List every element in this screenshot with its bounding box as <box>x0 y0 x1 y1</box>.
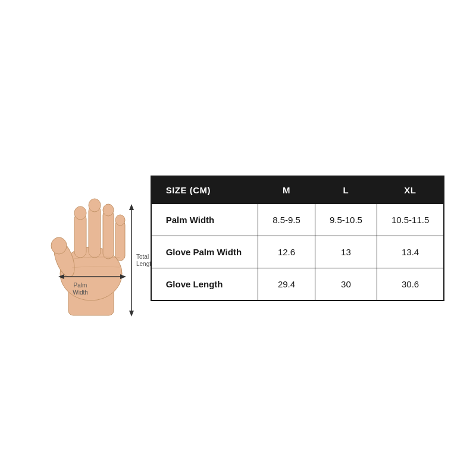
size-chart-table: SIZE (CM) M L XL Palm Width 8.5-9.5 9.5-… <box>151 176 445 301</box>
row-glove-palm-width-label: Glove Palm Width <box>151 236 258 268</box>
hand-drawing: Total Length Palm Width <box>50 199 151 317</box>
table-row: Palm Width 8.5-9.5 9.5-10.5 10.5-11.5 <box>151 203 444 236</box>
row-palm-width-xl: 10.5-11.5 <box>377 203 444 236</box>
svg-text:Width: Width <box>73 289 88 296</box>
svg-marker-14 <box>129 311 134 317</box>
row-glove-palm-width-l: 13 <box>315 236 377 268</box>
svg-rect-8 <box>103 210 114 259</box>
row-glove-length-m: 29.4 <box>258 268 315 300</box>
svg-point-9 <box>103 204 114 216</box>
row-palm-width-label: Palm Width <box>151 203 258 236</box>
header-m: M <box>258 176 315 204</box>
svg-point-7 <box>89 199 101 212</box>
row-glove-palm-width-m: 12.6 <box>258 236 315 268</box>
row-glove-palm-width-xl: 13.4 <box>377 236 444 268</box>
svg-point-3 <box>51 237 67 254</box>
svg-text:Total: Total <box>136 253 149 260</box>
row-glove-length-l: 30 <box>315 268 377 300</box>
svg-point-11 <box>115 215 125 226</box>
row-palm-width-l: 9.5-10.5 <box>315 203 377 236</box>
svg-rect-10 <box>115 220 125 261</box>
table-row: Glove Length 29.4 30 30.6 <box>151 268 444 300</box>
svg-point-5 <box>74 206 86 220</box>
hand-illustration: Total Length Palm Width <box>32 149 151 327</box>
header-l: L <box>315 176 377 204</box>
row-palm-width-m: 8.5-9.5 <box>258 203 315 236</box>
table-wrapper: SIZE (CM) M L XL Palm Width 8.5-9.5 9.5-… <box>151 176 445 301</box>
row-glove-length-xl: 30.6 <box>377 268 444 300</box>
svg-text:Length: Length <box>136 261 151 267</box>
header-xl: XL <box>377 176 444 204</box>
header-size-label: SIZE (CM) <box>151 176 258 204</box>
svg-text:Palm: Palm <box>73 282 87 289</box>
row-glove-length-label: Glove Length <box>151 268 258 300</box>
svg-rect-6 <box>89 205 101 258</box>
svg-marker-13 <box>129 204 134 210</box>
main-container: Total Length Palm Width SIZE (CM) M L <box>20 137 457 339</box>
svg-marker-19 <box>120 274 126 279</box>
table-row: Glove Palm Width 12.6 13 13.4 <box>151 236 444 268</box>
